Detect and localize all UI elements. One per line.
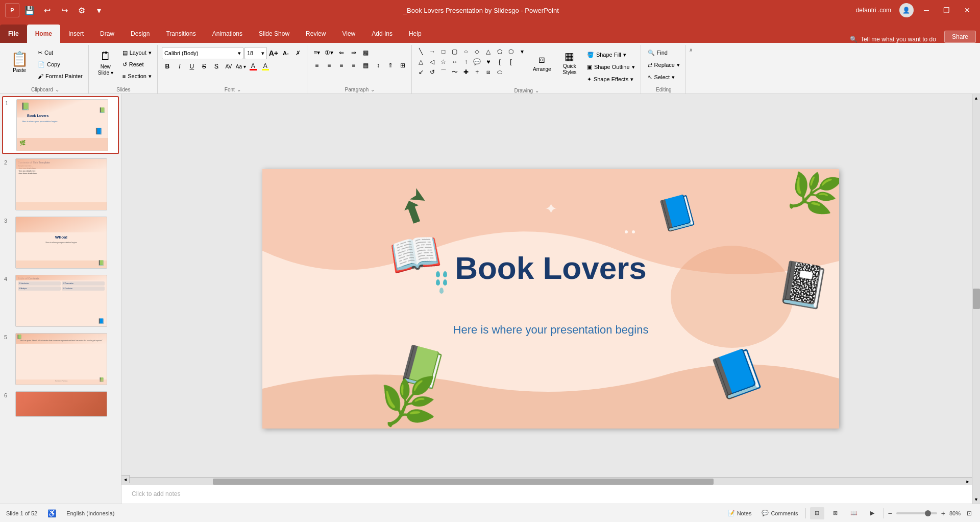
replace-button[interactable]: ⇄ Replace ▾ <box>645 59 682 70</box>
paste-button[interactable]: 📋 Paste <box>5 47 34 79</box>
zoom-out-btn[interactable]: − <box>888 509 892 517</box>
shapes-expand[interactable]: ▾ <box>517 47 527 56</box>
bold-button[interactable]: B <box>162 61 173 72</box>
line-shape[interactable]: ╲ <box>416 47 426 56</box>
font-size-dropdown[interactable]: 18 ▾ <box>244 47 267 59</box>
reading-view-btn[interactable]: 📖 <box>847 507 861 519</box>
tab-addins[interactable]: Add-ins <box>363 25 401 43</box>
paragraph-expand-icon[interactable]: ⌄ <box>371 87 375 92</box>
text-direction-button[interactable]: ⇑ <box>385 60 396 71</box>
select-button[interactable]: ↖ Select ▾ <box>645 72 678 83</box>
quick-styles-button[interactable]: ▦ QuickStyles <box>557 47 582 79</box>
scroll-thumb[interactable] <box>973 289 980 309</box>
brace-shape[interactable]: { <box>495 57 505 66</box>
italic-button[interactable]: I <box>174 61 185 72</box>
clear-formatting-button[interactable]: ✗ <box>292 48 304 59</box>
slide-item-2[interactable]: 2 Contents of This Template Sample text … <box>2 156 119 212</box>
bracket-shape[interactable]: [ <box>506 57 516 66</box>
align-right-button[interactable]: ≡ <box>336 60 347 71</box>
language-label[interactable]: English (Indonesia) <box>66 510 114 516</box>
font-expand-icon[interactable]: ⌄ <box>237 87 241 92</box>
highlight-color-button[interactable]: A <box>260 61 271 72</box>
doublearrow-shape[interactable]: ↔ <box>450 57 460 66</box>
font-shrink-button[interactable]: A- <box>280 48 291 59</box>
columns-button[interactable]: ▦ <box>360 60 372 71</box>
arrow-shape[interactable]: → <box>427 47 437 56</box>
tab-insert[interactable]: Insert <box>60 25 92 43</box>
customize-quick-btn[interactable]: ⚙ <box>75 3 89 17</box>
callout-shape[interactable]: 💬 <box>472 57 482 66</box>
reset-button[interactable]: ↺ Reset <box>120 59 154 70</box>
text-align-button[interactable]: ⊞ <box>397 60 408 71</box>
ribbon-collapse-btn[interactable]: ∧ <box>687 47 695 53</box>
cross-shape[interactable]: ✚ <box>461 67 471 77</box>
scroll-up-btn[interactable]: ▲ <box>972 94 981 102</box>
circle-shape[interactable]: ○ <box>461 47 471 56</box>
line-spacing-button[interactable]: ↕ <box>373 60 384 71</box>
strikethrough-button[interactable]: S <box>199 61 210 72</box>
format-painter-button[interactable]: 🖌 Format Painter <box>35 70 85 82</box>
notes-button[interactable]: 📝 Notes <box>725 509 755 517</box>
layout-button[interactable]: ▤ Layout ▾ <box>120 47 154 58</box>
more-quick-btn[interactable]: ▾ <box>92 3 106 17</box>
diamond-shape[interactable]: ◇ <box>472 47 482 56</box>
notes-area[interactable]: Click to add notes <box>121 483 980 504</box>
numbering-button[interactable]: ①▾ <box>324 47 335 58</box>
align-center-button[interactable]: ≡ <box>324 60 335 71</box>
tab-view[interactable]: View <box>334 25 363 43</box>
tab-file[interactable]: File <box>0 25 27 43</box>
fit-slide-btn[interactable]: ⊡ <box>965 510 974 517</box>
zoom-in-btn[interactable]: + <box>941 509 945 517</box>
slide-item-6[interactable]: 6 <box>2 389 119 419</box>
slide-item-3[interactable]: 3 Whoa! Here is where your presentation … <box>2 215 119 271</box>
font-color-button[interactable]: A <box>248 61 259 72</box>
redo-quick-btn[interactable]: ↪ <box>57 3 71 17</box>
rect-shape[interactable]: □ <box>438 47 449 56</box>
zoom-thumb[interactable] <box>925 510 931 516</box>
curved-arrow-shape[interactable]: ↺ <box>427 67 437 77</box>
arc-shape[interactable]: ⌒ <box>438 67 449 77</box>
drawing-expand-icon[interactable]: ⌄ <box>535 88 539 93</box>
font-family-dropdown[interactable]: Calibri (Body) ▾ <box>162 47 243 59</box>
rtriangle-shape[interactable]: ◁ <box>427 57 437 66</box>
flowchart-shape[interactable]: ⧆ <box>483 67 494 77</box>
zoom-slider[interactable] <box>896 512 937 514</box>
triangle2-shape[interactable]: △ <box>416 57 426 66</box>
align-left-button[interactable]: ≡ <box>311 60 323 71</box>
tab-review[interactable]: Review <box>298 25 334 43</box>
save-quick-btn[interactable]: 💾 <box>22 3 37 17</box>
slide-item-5[interactable]: 5 "This is a quote. Words full of wisdom… <box>2 331 119 387</box>
tab-design[interactable]: Design <box>122 25 158 43</box>
zoom-level[interactable]: 80% <box>949 510 961 516</box>
char-spacing-button[interactable]: AV <box>223 61 234 72</box>
bullets-button[interactable]: ≡▾ <box>311 47 323 58</box>
slide-item-1[interactable]: 1 Book Lovers Here is where your present… <box>2 96 119 154</box>
search-tab[interactable]: 🔍 Tell me what you want to do <box>842 36 944 43</box>
rounded-rect-shape[interactable]: ▢ <box>450 47 460 56</box>
star5-shape[interactable]: ☆ <box>438 57 449 66</box>
tab-animations[interactable]: Animations <box>204 25 251 43</box>
tab-draw[interactable]: Draw <box>92 25 122 43</box>
justify-button[interactable]: ≡ <box>348 60 359 71</box>
clipboard-expand-icon[interactable]: ⌄ <box>55 87 59 92</box>
shape-effects-button[interactable]: ✦ Shape Effects ▾ <box>584 74 638 85</box>
tab-home[interactable]: Home <box>27 25 60 43</box>
swoosh-shape[interactable]: ↙ <box>416 67 426 77</box>
shape-outline-button[interactable]: ▣ Shape Outline ▾ <box>584 61 638 73</box>
share-button[interactable]: Share <box>944 31 976 43</box>
arrange-button[interactable]: ⧇ Arrange <box>529 47 555 79</box>
section-button[interactable]: ≡ Section ▾ <box>120 70 154 82</box>
restore-btn[interactable]: ❐ <box>939 3 954 17</box>
increase-indent-button[interactable]: ⇒ <box>348 47 359 58</box>
tab-slideshow[interactable]: Slide Show <box>251 25 298 43</box>
normal-view-btn[interactable]: ⊞ <box>810 507 824 519</box>
user-avatar[interactable]: 👤 <box>899 3 914 17</box>
copy-button[interactable]: 📄 Copy <box>35 59 85 70</box>
close-btn[interactable]: ✕ <box>960 3 975 17</box>
slide-item-4[interactable]: 4 Table of Contents 01 Introduction 02 P… <box>2 273 119 329</box>
accessibility-icon[interactable]: ♿ <box>47 509 56 517</box>
plus-shape[interactable]: + <box>472 67 482 77</box>
wave-shape[interactable]: 〜 <box>450 67 460 77</box>
shadow-button[interactable]: S <box>211 61 222 72</box>
uparrow-shape[interactable]: ↑ <box>461 57 471 66</box>
